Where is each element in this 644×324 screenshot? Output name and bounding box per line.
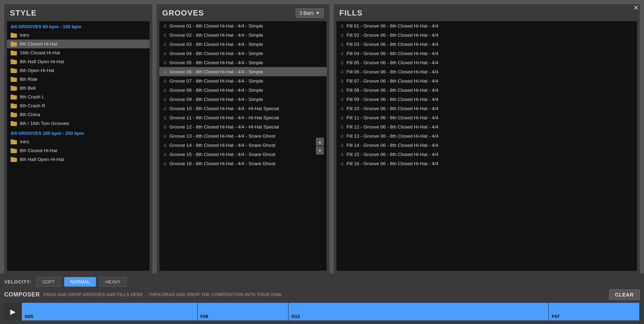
groove-item-label: Groove 07 - 8th Closed Hi-Hat - 4/4 - Si… [170, 78, 263, 84]
fill-item[interactable]: ♫Fill 03 - Groove 06 - 8th Closed Hi-Hat… [336, 40, 637, 49]
fill-item[interactable]: ♫Fill 07 - Groove 06 - 8th Closed Hi-Hat… [336, 76, 637, 85]
style-panel: STYLE 4/4 GROOVES 60 bpm - 150 bpmIntro8… [4, 4, 152, 274]
music-note-icon: ♫ [340, 151, 344, 157]
music-note-icon: ♫ [340, 124, 344, 130]
groove-item[interactable]: ♫Groove 04 - 8th Closed Hi-Hat - 4/4 - S… [159, 49, 327, 58]
timeline-block-label: G13 [291, 314, 300, 319]
groove-item-label: Groove 16 - 8th Closed Hi-Hat - 4/4 - Sn… [170, 161, 275, 166]
groove-item-label: Groove 10 - 8th Closed Hi-Hat - 4/4 - Hi… [170, 106, 279, 111]
style-list[interactable]: 4/4 GROOVES 60 bpm - 150 bpmIntro8th Clo… [7, 21, 150, 271]
groove-item[interactable]: ♫Groove 07 - 8th Closed Hi-Hat - 4/4 - S… [159, 76, 327, 85]
fill-item[interactable]: ♫Fill 16 - Groove 06 - 8th Closed Hi-Hat… [336, 159, 637, 168]
clear-button[interactable]: CLEAR [609, 289, 640, 300]
groove-item[interactable]: ♫Groove 03 - 8th Closed Hi-Hat - 4/4 - S… [159, 40, 327, 49]
fill-item-label: Fill 05 - Groove 06 - 8th Closed Hi-Hat … [347, 60, 438, 65]
music-note-icon: ♫ [340, 23, 344, 29]
style-folder-item[interactable]: 8th Crash L [7, 92, 150, 101]
groove-item[interactable]: ♫Groove 10 - 8th Closed Hi-Hat - 4/4 - H… [159, 104, 327, 113]
style-folder-item[interactable]: Intro [7, 31, 150, 40]
groove-item[interactable]: ♫Groove 02 - 8th Closed Hi-Hat - 4/4 - S… [159, 30, 327, 40]
bars-dropdown[interactable]: 3 Bars ▼ [296, 8, 324, 18]
fill-item[interactable]: ♫Fill 05 - Groove 06 - 8th Closed Hi-Hat… [336, 58, 637, 67]
style-folder-item[interactable]: 8th Bell [7, 84, 150, 92]
fill-item[interactable]: ♫Fill 11 - Groove 06 - 8th Closed Hi-Hat… [336, 113, 637, 122]
style-folder-item[interactable]: 8th Closed Hi-Hat [7, 40, 150, 48]
style-folder-item[interactable]: 8th Half Open Hi-Hat [7, 155, 150, 164]
main-container: ✕ STYLE 4/4 GROOVES 60 bpm - 150 bpmIntr… [0, 0, 644, 324]
style-item-label: Intro [20, 139, 29, 144]
fill-timeline-block[interactable]: F09 [198, 303, 288, 320]
timeline-block-label: G05 [25, 314, 34, 319]
groove-item[interactable]: ♫Groove 14 - 8th Closed Hi-Hat - 4/4 - S… [159, 140, 327, 150]
music-note-icon: ♫ [340, 142, 344, 148]
chevron-down-icon: ▼ [316, 11, 320, 16]
groove-item[interactable]: ♫Groove 16 - 8th Closed Hi-Hat - 4/4 - S… [159, 159, 327, 168]
fill-item[interactable]: ♫Fill 08 - Groove 06 - 8th Closed Hi-Hat… [336, 85, 637, 95]
groove-item-label: Groove 13 - 8th Closed Hi-Hat - 4/4 - Sn… [170, 133, 275, 139]
fill-item[interactable]: ♫Fill 12 - Groove 06 - 8th Closed Hi-Hat… [336, 122, 637, 131]
fill-item-label: Fill 03 - Groove 06 - 8th Closed Hi-Hat … [347, 42, 438, 47]
style-folder-item[interactable]: 8th Crash R [7, 101, 150, 110]
bars-label: 3 Bars [299, 10, 314, 16]
velocity-normal-button[interactable]: NORMAL [64, 277, 96, 287]
grooves-list[interactable]: ♫Groove 01 - 8th Closed Hi-Hat - 4/4 - S… [159, 21, 327, 271]
fill-item[interactable]: ♫Fill 13 - Groove 06 - 8th Closed Hi-Hat… [336, 131, 637, 140]
fill-item-label: Fill 11 - Groove 06 - 8th Closed Hi-Hat … [347, 115, 438, 120]
music-note-icon: ♫ [340, 87, 344, 93]
style-folder-item[interactable]: 8th Closed Hi-Hat [7, 146, 150, 155]
folder-icon [11, 112, 17, 117]
groove-item[interactable]: ♫Groove 12 - 8th Closed Hi-Hat - 4/4 - H… [159, 122, 327, 131]
groove-item-label: Groove 12 - 8th Closed Hi-Hat - 4/4 - Hi… [170, 124, 279, 130]
folder-icon [11, 68, 17, 73]
style-item-label: 8th Half Open Hi-Hat [20, 59, 64, 64]
groove-item[interactable]: ♫Groove 06 - 8th Closed Hi-Hat - 4/4 - S… [159, 67, 327, 76]
velocity-label: VELOCITY: [4, 279, 31, 284]
style-folder-item[interactable]: 8th Open Hi-Hat [7, 66, 150, 75]
play-icon: ▶ [10, 307, 16, 316]
style-folder-item[interactable]: 8th Ride [7, 75, 150, 84]
groove-item[interactable]: ♫Groove 11 - 8th Closed Hi-Hat - 4/4 - H… [159, 113, 327, 122]
fill-item-label: Fill 12 - Groove 06 - 8th Closed Hi-Hat … [347, 124, 438, 130]
fill-item[interactable]: ♫Fill 09 - Groove 06 - 8th Closed Hi-Hat… [336, 95, 637, 104]
velocity-row: VELOCITY: SOFT NORMAL HEAVY [4, 277, 640, 287]
close-button[interactable]: ✕ [633, 4, 639, 12]
style-folder-item[interactable]: 8th Half Open Hi-Hat [7, 57, 150, 66]
fill-item[interactable]: ♫Fill 10 - Groove 06 - 8th Closed Hi-Hat… [336, 104, 637, 113]
style-folder-item[interactable]: 16th Closed Hi-Hat [7, 48, 150, 57]
folder-icon [11, 86, 17, 91]
fill-item[interactable]: ♫Fill 06 - Groove 06 - 8th Closed Hi-Hat… [336, 67, 637, 76]
scroll-up-button[interactable]: ▲ [316, 138, 324, 145]
composer-timeline[interactable]: ▶ G05F09G13F07 [4, 303, 640, 320]
fill-timeline-block[interactable]: F07 [549, 303, 640, 320]
groove-item[interactable]: ♫Groove 13 - 8th Closed Hi-Hat - 4/4 - S… [159, 131, 327, 140]
music-note-icon: ♫ [340, 60, 344, 65]
fill-item[interactable]: ♫Fill 15 - Groove 06 - 8th Closed Hi-Hat… [336, 150, 637, 159]
style-folder-item[interactable]: 8th / 16th Tom Grooves [7, 119, 150, 128]
music-note-icon: ♫ [163, 78, 167, 84]
groove-item[interactable]: ♫Groove 01 - 8th Closed Hi-Hat - 4/4 - S… [159, 21, 327, 30]
fill-item-label: Fill 09 - Groove 06 - 8th Closed Hi-Hat … [347, 97, 438, 102]
velocity-heavy-button[interactable]: HEAVY [99, 277, 127, 287]
music-note-icon: ♫ [163, 96, 167, 102]
groove-timeline-block[interactable]: G05 [22, 303, 198, 320]
velocity-soft-button[interactable]: SOFT [36, 277, 61, 287]
groove-timeline-block[interactable]: G13 [288, 303, 549, 320]
groove-item[interactable]: ♫Groove 05 - 8th Closed Hi-Hat - 4/4 - S… [159, 58, 327, 67]
groove-item-label: Groove 15 - 8th Closed Hi-Hat - 4/4 - Sn… [170, 152, 275, 157]
fill-item[interactable]: ♫Fill 01 - Groove 06 - 8th Closed Hi-Hat… [336, 21, 637, 30]
style-panel-title: STYLE [4, 4, 152, 21]
grooves-scroll-arrows: ▲ ▼ [316, 138, 324, 154]
scroll-down-button[interactable]: ▼ [316, 146, 324, 154]
groove-item[interactable]: ♫Groove 15 - 8th Closed Hi-Hat - 4/4 - S… [159, 150, 327, 159]
fill-item[interactable]: ♫Fill 02 - Groove 06 - 8th Closed Hi-Hat… [336, 30, 637, 40]
groove-item[interactable]: ♫Groove 08 - 8th Closed Hi-Hat - 4/4 - S… [159, 85, 327, 95]
play-button[interactable]: ▶ [4, 303, 22, 320]
fills-list[interactable]: ♫Fill 01 - Groove 06 - 8th Closed Hi-Hat… [336, 21, 637, 271]
style-folder-item[interactable]: 8th China [7, 110, 150, 119]
style-item-label: 8th Half Open Hi-Hat [20, 157, 64, 162]
fill-item[interactable]: ♫Fill 14 - Groove 06 - 8th Closed Hi-Hat… [336, 140, 637, 150]
grooves-header: GROOVES 3 Bars ▼ [157, 4, 329, 21]
fill-item[interactable]: ♫Fill 04 - Groove 06 - 8th Closed Hi-Hat… [336, 49, 637, 58]
style-folder-item[interactable]: Intro [7, 137, 150, 146]
groove-item[interactable]: ♫Groove 09 - 8th Closed Hi-Hat - 4/4 - S… [159, 95, 327, 104]
